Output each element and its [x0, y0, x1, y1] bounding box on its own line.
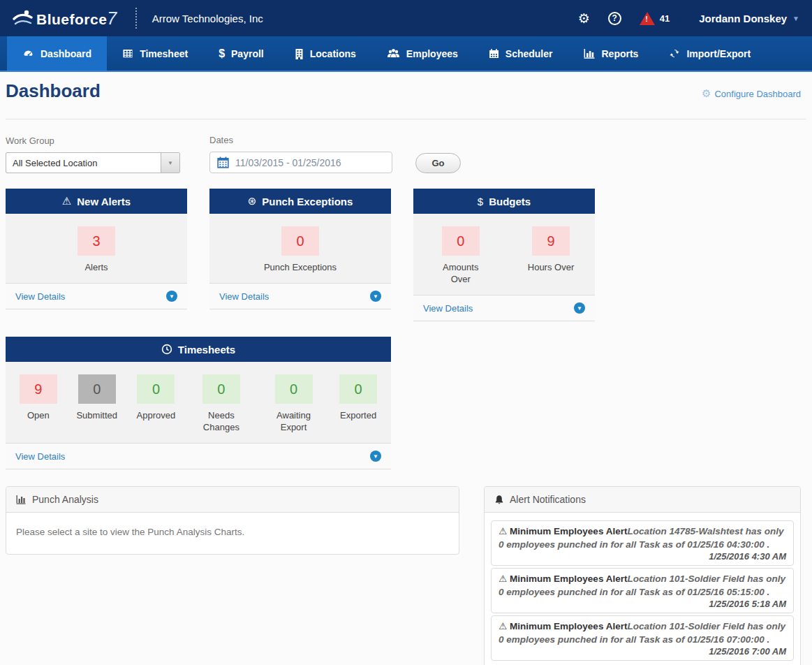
punch-analysis-header: Punch Analysis [6, 487, 459, 513]
budgets-footer: View Details ▼ [413, 295, 595, 321]
new-alerts-card: ⚠ New Alerts 3 Alerts View Details ▼ [6, 189, 187, 321]
settings-gear-icon[interactable]: ⚙ [578, 12, 590, 25]
swoosh-icon [13, 9, 34, 27]
alert-notification-item[interactable]: ⚠Minimum Employees AlertLocation 101-Sol… [491, 568, 794, 613]
nav-tab-payroll[interactable]: $ Payroll [203, 36, 279, 71]
bottom-panels-row: Punch Analysis Please select a site to v… [6, 486, 806, 665]
stat-value: 9 [20, 374, 57, 404]
punch-analysis-body: Please select a site to view the Punch A… [6, 513, 459, 554]
stat-value: 0 [339, 374, 377, 404]
dollar-icon: $ [478, 196, 483, 207]
nav-tab-reports[interactable]: Reports [568, 36, 654, 71]
nav-tab-employees[interactable]: Employees [371, 36, 473, 71]
alert-timestamp: 1/25/2016 7:00 AM [499, 646, 786, 657]
stat-alerts: 3 Alerts [77, 226, 115, 273]
alert-notifications-panel: Alert Notifications ⚠Minimum Employees A… [484, 486, 801, 665]
stat-label: Alerts [84, 261, 108, 273]
dates-label: Dates [209, 135, 392, 145]
warning-triangle-icon [640, 12, 655, 25]
stat-hours-over: 9 Hours Over [528, 226, 574, 285]
stat-label: Amounts Over [434, 261, 487, 285]
view-details-link[interactable]: View Details [423, 303, 473, 314]
topbar-divider [135, 8, 137, 29]
alert-notifications-body: ⚠Minimum Employees AlertLocation 14785-W… [485, 513, 800, 665]
stat-value: 0 [281, 226, 319, 256]
select-caret-icon: ▼ [161, 153, 179, 173]
bell-icon [494, 495, 504, 505]
alert-count-badge: 41 [660, 13, 670, 24]
nav-label: Scheduler [505, 48, 553, 59]
punch-exceptions-header: ⊛ Punch Exceptions [209, 189, 391, 214]
dates-field: Dates 11/03/2015 - 01/25/2016 [209, 135, 392, 173]
warning-icon: ⚠ [499, 621, 507, 631]
stat-value: 0 [275, 374, 313, 404]
work-group-label: Work Group [6, 136, 180, 146]
work-group-field: Work Group All Selected Location ▼ [6, 136, 180, 173]
new-alerts-header: ⚠ New Alerts [6, 189, 187, 214]
nav-label: Payroll [231, 48, 264, 59]
help-icon[interactable]: ? [608, 12, 621, 25]
stat-awaiting-export: 0 Awaiting Export [267, 374, 320, 433]
stat-label: Open [27, 409, 50, 421]
work-group-select[interactable]: All Selected Location ▼ [6, 152, 180, 173]
nav-tab-scheduler[interactable]: Scheduler [473, 36, 568, 71]
filter-bar: Work Group All Selected Location ▼ Dates… [6, 135, 806, 173]
nav-tab-timesheet[interactable]: Timesheet [107, 36, 203, 71]
budgets-body: 0 Amounts Over 9 Hours Over [413, 214, 595, 295]
stat-label: Approved [137, 409, 176, 421]
nav-tab-dashboard[interactable]: Dashboard [7, 36, 107, 71]
nav-tab-import-export[interactable]: Import/Export [654, 36, 766, 71]
circle-down-arrow-icon[interactable]: ▼ [370, 451, 381, 462]
sync-icon [669, 48, 680, 59]
alert-notifications-title: Alert Notifications [510, 494, 586, 505]
stat-approved: 0 Approved [137, 374, 176, 421]
stat-value: 0 [78, 374, 116, 404]
go-button[interactable]: Go [415, 153, 461, 173]
stat-label: Exported [340, 409, 376, 421]
nav-label: Locations [310, 48, 356, 59]
user-menu[interactable]: Jordann Donskey ▼ [699, 13, 799, 24]
stat-punch-exceptions: 0 Punch Exceptions [264, 226, 337, 273]
circle-asterisk-icon: ⊛ [248, 195, 257, 207]
warning-icon: ⚠ [499, 526, 507, 536]
nav-label: Reports [602, 48, 639, 59]
alerts-indicator[interactable]: 41 [640, 12, 670, 25]
gauge-icon [22, 48, 34, 59]
timesheets-header: Timesheets [6, 337, 391, 362]
circle-down-arrow-icon[interactable]: ▼ [574, 302, 585, 314]
alert-notification-item[interactable]: ⚠Minimum Employees AlertLocation 14785-W… [491, 520, 794, 566]
table-icon [122, 48, 133, 59]
brand-logo[interactable]: Blueforce7 [13, 8, 117, 29]
alert-title: Minimum Employees Alert [510, 573, 627, 584]
stat-label: Hours Over [528, 261, 574, 273]
alert-notification-item[interactable]: ⚠Minimum Employees AlertLocation 101-Sol… [491, 615, 794, 661]
calendar-icon [489, 48, 499, 59]
punch-analysis-message: Please select a site to view the Punch A… [16, 527, 244, 537]
nav-label: Import/Export [686, 48, 751, 59]
timesheets-card: Timesheets 9 Open 0 Submitted 0 Approved… [6, 337, 391, 469]
topbar-actions: ⚙ ? 41 Jordann Donskey ▼ [578, 12, 799, 25]
alert-title: Minimum Employees Alert [510, 621, 627, 631]
view-details-link[interactable]: View Details [15, 291, 65, 302]
view-details-link[interactable]: View Details [219, 291, 269, 302]
brand-name: Blueforce7 [36, 8, 117, 29]
stat-label: Awaiting Export [267, 409, 320, 433]
gear-icon: ⚙ [702, 87, 711, 100]
clock-icon [161, 344, 172, 355]
stat-submitted: 0 Submitted [76, 374, 117, 421]
main-nav: Dashboard Timesheet $ Payroll Locations … [0, 36, 812, 72]
nav-label: Timesheet [140, 48, 188, 59]
bar-chart-icon [16, 495, 27, 504]
circle-down-arrow-icon[interactable]: ▼ [166, 291, 177, 302]
stat-value: 0 [137, 374, 175, 404]
circle-down-arrow-icon[interactable]: ▼ [370, 291, 381, 302]
title-divider [6, 119, 806, 119]
nav-tab-locations[interactable]: Locations [279, 36, 371, 71]
alert-timestamp: 1/25/2016 4:30 AM [499, 551, 786, 562]
view-details-link[interactable]: View Details [15, 451, 65, 462]
new-alerts-body: 3 Alerts [6, 214, 187, 283]
stat-value: 3 [77, 226, 115, 256]
configure-dashboard-link[interactable]: ⚙ Configure Dashboard [702, 87, 801, 100]
stat-value: 9 [532, 226, 570, 256]
date-range-input[interactable]: 11/03/2015 - 01/25/2016 [209, 152, 392, 173]
